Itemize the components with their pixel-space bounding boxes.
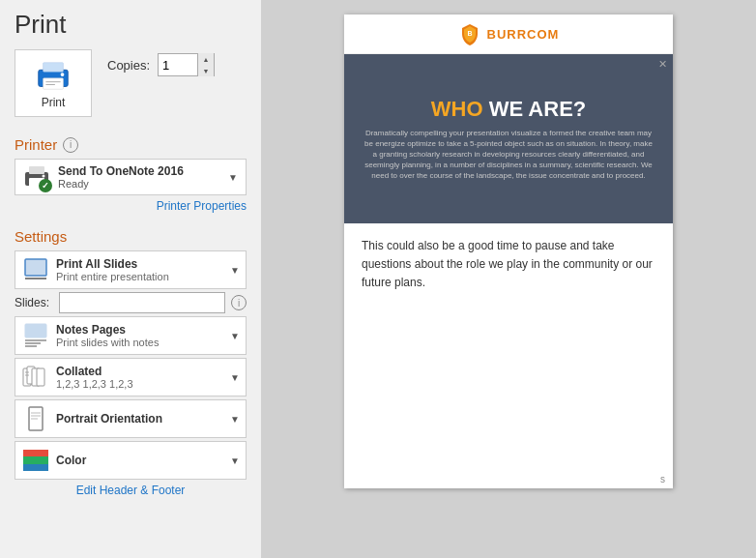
preview-notes: This could also be a good time to pause … — [344, 223, 673, 470]
slides-info-icon[interactable]: i — [231, 295, 247, 310]
svg-rect-8 — [29, 166, 44, 174]
notes-pages-main: Notes Pages — [56, 323, 230, 337]
copies-decrement-button[interactable]: ▼ — [198, 65, 214, 76]
copies-label: Copies: — [107, 58, 150, 73]
right-panel: B BURRCOM WHO WE ARE? Dramatically compe… — [261, 0, 756, 558]
printer-dropdown[interactable]: ✓ Send To OneNote 2016 Ready ▼ — [15, 159, 247, 195]
print-icon — [35, 57, 72, 94]
slide-title-who: WHO — [431, 97, 483, 121]
copies-increment-button[interactable]: ▲ — [198, 53, 214, 65]
color-icon — [23, 450, 48, 471]
color-main: Color — [56, 454, 230, 467]
printer-icon-area: ✓ — [23, 163, 50, 191]
collated-icon-area — [21, 363, 50, 392]
collated-sub: 1,2,3 1,2,3 1,2,3 — [56, 378, 230, 390]
orientation-main: Portrait Orientation — [56, 412, 230, 426]
portrait-icon — [26, 406, 45, 431]
svg-text:B: B — [467, 30, 472, 37]
left-panel: Print Print Copies: ▲ — [0, 0, 261, 558]
preview-logo-text: BURRCOM — [487, 27, 560, 42]
copies-input[interactable] — [159, 54, 197, 75]
orientation-dropdown[interactable]: Portrait Orientation ▼ — [15, 399, 247, 438]
slides-icon — [23, 257, 48, 282]
color-caret: ▼ — [230, 455, 240, 466]
color-dropdown[interactable]: Color ▼ — [15, 441, 247, 480]
printer-info-icon[interactable]: i — [63, 137, 78, 153]
printer-properties-link[interactable]: Printer Properties — [15, 199, 247, 213]
preview-page-number: s — [344, 470, 673, 488]
printer-name: Send To OneNote 2016 — [58, 164, 224, 178]
settings-section: Settings Print All Slides Print entire p… — [15, 228, 247, 497]
print-all-icon-area — [21, 255, 50, 284]
preview-card: B BURRCOM WHO WE ARE? Dramatically compe… — [344, 15, 673, 488]
print-button[interactable]: Print — [15, 49, 92, 117]
svg-rect-1 — [44, 78, 64, 89]
print-all-text: Print All Slides Print entire presentati… — [56, 257, 230, 282]
printer-status: Ready — [58, 178, 224, 190]
svg-rect-2 — [44, 63, 64, 73]
orientation-caret: ▼ — [230, 414, 240, 425]
print-all-caret: ▼ — [230, 265, 240, 276]
color-icon-area — [21, 446, 50, 475]
print-all-sub: Print entire presentation — [56, 271, 230, 282]
print-label: Print — [42, 96, 66, 109]
slides-row: Slides: i — [15, 292, 247, 313]
print-all-main: Print All Slides — [56, 257, 230, 271]
svg-rect-10 — [25, 259, 46, 276]
preview-header: B BURRCOM — [344, 15, 673, 54]
main-container: Print Print Copies: ▲ — [0, 0, 756, 558]
copies-input-container: ▲ ▼ — [158, 53, 215, 76]
notes-pages-icon-area — [21, 321, 50, 350]
color-text: Color — [56, 454, 230, 467]
slides-label: Slides: — [15, 296, 53, 309]
printer-section-header: Printer i — [15, 136, 247, 153]
collated-dropdown[interactable]: Collated 1,2,3 1,2,3 1,2,3 ▼ — [15, 358, 247, 396]
orientation-icon-area — [21, 404, 50, 433]
svg-rect-20 — [37, 368, 44, 386]
shield-logo-icon: B — [458, 22, 481, 45]
copies-spinner: ▲ ▼ — [197, 53, 214, 76]
slide-close-icon: ✕ — [658, 58, 667, 71]
slide-title-rest: WE ARE? — [483, 97, 587, 121]
print-all-slides-dropdown[interactable]: Print All Slides Print entire presentati… — [15, 250, 247, 289]
svg-point-3 — [61, 73, 65, 76]
settings-header: Settings — [15, 228, 247, 245]
slide-subtitle: Dramatically compelling your presentatio… — [344, 128, 673, 182]
collated-icon — [22, 365, 49, 390]
notes-pages-dropdown[interactable]: Notes Pages Print slides with notes ▼ — [15, 316, 247, 355]
collated-main: Collated — [56, 365, 230, 378]
notes-pages-sub: Print slides with notes — [56, 337, 230, 348]
slide-title: WHO WE ARE? — [344, 97, 673, 122]
collated-text: Collated 1,2,3 1,2,3 1,2,3 — [56, 365, 230, 390]
preview-notes-text: This could also be a good time to pause … — [362, 237, 655, 293]
edit-header-footer-link[interactable]: Edit Header & Footer — [15, 484, 247, 497]
printer-dropdown-arrow: ▼ — [228, 172, 238, 183]
svg-rect-13 — [25, 324, 46, 338]
notes-pages-text: Notes Pages Print slides with notes — [56, 323, 230, 348]
orientation-text: Portrait Orientation — [56, 412, 230, 426]
notes-pages-caret: ▼ — [230, 331, 240, 341]
preview-slide: WHO WE ARE? Dramatically compelling your… — [344, 54, 673, 223]
notes-pages-icon — [23, 323, 48, 348]
svg-point-9 — [43, 175, 45, 178]
page-title: Print — [15, 10, 247, 40]
printer-ready-check: ✓ — [39, 179, 52, 192]
collated-caret: ▼ — [230, 372, 240, 383]
slides-input[interactable] — [59, 292, 225, 313]
printer-text: Send To OneNote 2016 Ready — [58, 164, 224, 190]
